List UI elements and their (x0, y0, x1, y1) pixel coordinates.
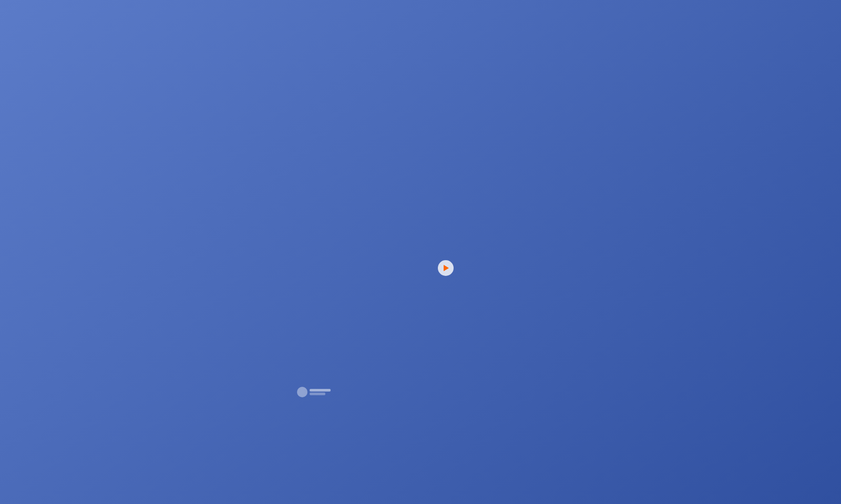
play-button[interactable] (438, 260, 454, 276)
thumbnail-strip (126, 371, 536, 413)
content-section: ideo Collector Customize your Video Coll… (126, 152, 715, 413)
main-content: Video Collector Video The easiest way to… (105, 32, 736, 445)
thumbnail-3[interactable] (280, 371, 348, 413)
play-triangle-icon (444, 265, 449, 271)
screenshot-area: ideo Collector Customize your Video Coll… (126, 152, 536, 413)
